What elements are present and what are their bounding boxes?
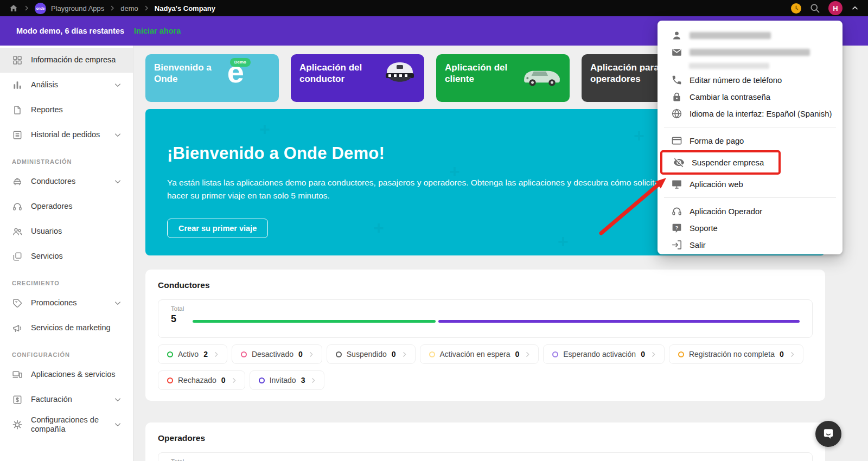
promo-card-driver-app[interactable]: Aplicación del conductor [291, 54, 424, 102]
chevron-right-icon [310, 377, 317, 384]
sidebar-item-usuarios[interactable]: Usuarios [0, 219, 133, 244]
menu-item-forma-de-pago[interactable]: Forma de pago [658, 132, 843, 149]
drivers-total-panel: Total 5 [158, 299, 813, 338]
globe-icon [671, 108, 682, 119]
breadcrumb-company[interactable]: Nadya's Company [155, 4, 215, 12]
menu-item-salir[interactable]: Salir [658, 236, 843, 253]
status-dot-icon [167, 351, 173, 357]
menu-item-label: Idioma de la interfaz: Español (Spanish) [690, 110, 832, 118]
document-icon [12, 105, 23, 116]
user-email-blurred [690, 49, 810, 56]
chevron-up-icon[interactable] [851, 4, 859, 12]
promo-card-title: Aplicación del conductor [299, 62, 381, 85]
menu-item-aplicacion-web[interactable]: Aplicación web [658, 176, 843, 193]
chat-launcher-button[interactable] [815, 421, 841, 447]
menu-item-label: Aplicación Operador [690, 207, 762, 216]
menu-item-soporte[interactable]: ?Soporte [658, 220, 843, 236]
user-name-blurred [690, 32, 771, 39]
chevron-right-icon [23, 5, 30, 11]
dashboard-icon [12, 55, 23, 66]
home-icon[interactable] [9, 3, 18, 13]
layers-icon [12, 251, 23, 262]
sidebar-section-header: CRECIMIENTO [12, 280, 133, 286]
sidebar-item-promociones[interactable]: Promociones [0, 291, 133, 316]
sidebar-item-historial-de-pedidos[interactable]: Historial de pedidos [0, 123, 133, 148]
chip-label: Registración no completa [689, 350, 775, 358]
sidebar-item-label: Aplicaciones & servicios [31, 370, 116, 379]
sidebar-item-configuraciones-de-compania[interactable]: Configuraciones de compañía [0, 412, 133, 437]
promo-card-client-app[interactable]: Aplicación del cliente [436, 54, 570, 102]
chip-label: Invitado [270, 376, 296, 385]
chevron-down-icon [113, 299, 122, 308]
chip-count: 3 [301, 376, 305, 385]
exit-icon [671, 239, 682, 251]
sidebar-item-informacion-de-empresa[interactable]: Información de empresa [0, 48, 133, 73]
sidebar-section-header: CONFIGURACIÓN [12, 351, 133, 358]
promo-card-welcome[interactable]: Bienvenido a Onde e Demo [145, 54, 279, 102]
menu-item-label: Forma de pago [690, 137, 744, 145]
sidebar-item-label: Configuraciones de compañía [31, 415, 105, 434]
status-chip-activo[interactable]: Activo2 [158, 344, 227, 364]
status-chip-esperando-activacion[interactable]: Esperando activación0 [543, 344, 665, 364]
chart-icon [12, 80, 23, 91]
sidebar-item-conductores[interactable]: Conductores [0, 169, 133, 194]
breadcrumb-playground-apps[interactable]: Playground Apps [51, 4, 104, 12]
menu-item-label: Aplicación web [690, 180, 743, 189]
promo-card-title: Bienvenido a Onde [154, 62, 235, 85]
drivers-card: Conductores Total 5 Activo2Desactivado0S… [145, 270, 825, 401]
sidebar-item-label: Facturación [31, 395, 72, 404]
top-navigation-bar: onde Playground Apps demo Nadya's Compan… [0, 0, 868, 16]
trial-clock-icon[interactable] [791, 3, 801, 14]
chip-label: Desactivado [252, 350, 293, 358]
phone-icon [671, 74, 682, 86]
sidebar: Información de empresaAnálisisReportesHi… [0, 46, 133, 461]
status-chip-suspendido[interactable]: Suspendido0 [327, 344, 416, 364]
status-chip-invitado[interactable]: Invitado3 [250, 370, 325, 390]
breadcrumb-demo[interactable]: demo [120, 4, 138, 12]
status-bar-invited-segment [438, 320, 800, 323]
sidebar-item-servicios[interactable]: Servicios [0, 244, 133, 269]
chevron-right-icon [308, 351, 315, 358]
sidebar-item-aplicaciones-servicios[interactable]: Aplicaciones & servicios [0, 362, 133, 387]
sidebar-item-analisis[interactable]: Análisis [0, 73, 133, 98]
chevron-down-icon [113, 177, 122, 186]
operators-card-title: Operadores [158, 433, 813, 443]
onde-logo[interactable]: onde [35, 3, 46, 14]
sidebar-item-operadores[interactable]: Operadores [0, 194, 133, 219]
chevron-right-icon [789, 351, 796, 358]
menu-item-aplicacion-operador[interactable]: Aplicación Operador [658, 203, 843, 220]
sidebar-item-servicios-de-marketing[interactable]: Servicios de marketing [0, 316, 133, 341]
lock-icon [671, 91, 682, 103]
menu-row-user-email [658, 44, 843, 61]
sidebar-item-label: Usuarios [31, 227, 62, 236]
drivers-total-value: 5 [171, 313, 184, 325]
user-avatar[interactable]: H [828, 1, 843, 15]
status-chip-registracion-no-completa[interactable]: Registración no completa0 [669, 344, 803, 364]
billing-icon [12, 394, 23, 405]
user-email-blurred-line2 [689, 63, 769, 69]
gear-icon [12, 419, 23, 430]
search-icon[interactable] [809, 3, 820, 14]
create-first-ride-button[interactable]: Crear su primer viaje [167, 219, 268, 238]
menu-item-idioma-de-la-interfaz-espanol-spanish[interactable]: Idioma de la interfaz: Español (Spanish) [658, 105, 843, 122]
status-bar-active-segment [193, 320, 435, 323]
chip-label: Esperando activación [563, 350, 636, 358]
chevron-right-icon [231, 377, 238, 384]
start-now-link[interactable]: Iniciar ahora [134, 27, 181, 35]
operators-total-panel: Total [158, 452, 813, 461]
status-chip-rechazado[interactable]: Rechazado0 [158, 370, 245, 390]
sidebar-item-label: Análisis [31, 80, 58, 89]
demo-banner-text: Modo demo, 6 días restantes [16, 27, 124, 35]
chat-bubble-icon [821, 427, 835, 441]
menu-item-suspender-empresa[interactable]: Suspender empresa [660, 150, 781, 175]
headset-icon [671, 206, 682, 217]
chevron-down-icon [113, 81, 122, 89]
chevron-right-icon [213, 351, 220, 358]
menu-item-editar-numero-de-telefono[interactable]: Editar número de teléfono [658, 72, 843, 88]
menu-item-cambiar-la-contrasena[interactable]: Cambiar la contraseña [658, 88, 843, 105]
chevron-right-icon [109, 5, 116, 11]
status-chip-desactivado[interactable]: Desactivado0 [232, 344, 322, 364]
sidebar-item-reportes[interactable]: Reportes [0, 98, 133, 123]
sidebar-item-facturacion[interactable]: Facturación [0, 387, 133, 412]
status-chip-activacion-en-espera[interactable]: Activación en espera0 [420, 344, 539, 364]
